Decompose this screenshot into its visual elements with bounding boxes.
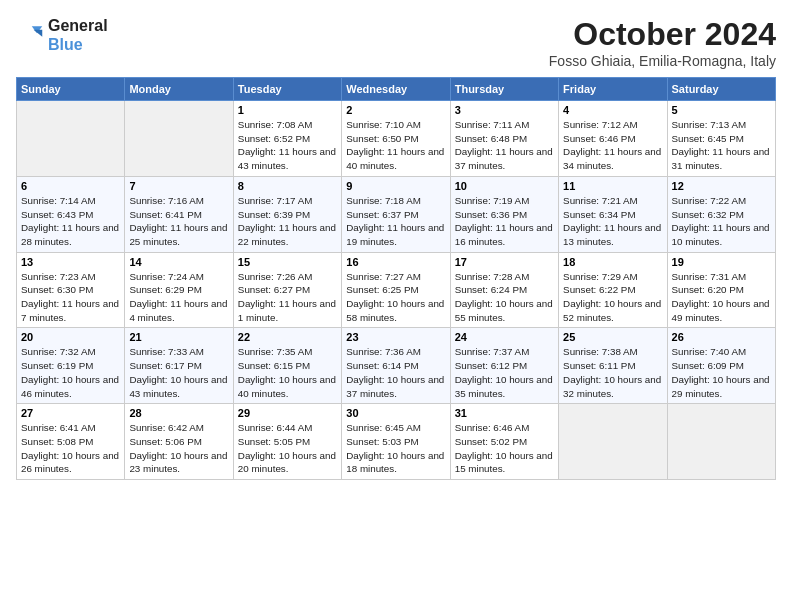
day-info: Sunrise: 7:11 AM Sunset: 6:48 PM Dayligh…: [455, 118, 554, 173]
day-number: 28: [129, 407, 228, 419]
day-info: Sunrise: 7:29 AM Sunset: 6:22 PM Dayligh…: [563, 270, 662, 325]
day-number: 12: [672, 180, 771, 192]
calendar-cell: 15Sunrise: 7:26 AM Sunset: 6:27 PM Dayli…: [233, 252, 341, 328]
day-number: 7: [129, 180, 228, 192]
month-title: October 2024: [549, 16, 776, 53]
calendar-cell: [559, 404, 667, 480]
day-info: Sunrise: 7:27 AM Sunset: 6:25 PM Dayligh…: [346, 270, 445, 325]
day-info: Sunrise: 7:13 AM Sunset: 6:45 PM Dayligh…: [672, 118, 771, 173]
day-number: 4: [563, 104, 662, 116]
calendar-cell: 19Sunrise: 7:31 AM Sunset: 6:20 PM Dayli…: [667, 252, 775, 328]
calendar-cell: 21Sunrise: 7:33 AM Sunset: 6:17 PM Dayli…: [125, 328, 233, 404]
weekday-monday: Monday: [125, 78, 233, 101]
day-info: Sunrise: 7:24 AM Sunset: 6:29 PM Dayligh…: [129, 270, 228, 325]
weekday-wednesday: Wednesday: [342, 78, 450, 101]
day-info: Sunrise: 6:45 AM Sunset: 5:03 PM Dayligh…: [346, 421, 445, 476]
weekday-header-row: SundayMondayTuesdayWednesdayThursdayFrid…: [17, 78, 776, 101]
day-number: 18: [563, 256, 662, 268]
page-header: General Blue October 2024 Fosso Ghiaia, …: [16, 16, 776, 69]
calendar-week-1: 1Sunrise: 7:08 AM Sunset: 6:52 PM Daylig…: [17, 101, 776, 177]
calendar-cell: 1Sunrise: 7:08 AM Sunset: 6:52 PM Daylig…: [233, 101, 341, 177]
day-number: 26: [672, 331, 771, 343]
calendar-cell: 6Sunrise: 7:14 AM Sunset: 6:43 PM Daylig…: [17, 176, 125, 252]
day-info: Sunrise: 7:21 AM Sunset: 6:34 PM Dayligh…: [563, 194, 662, 249]
calendar-cell: 10Sunrise: 7:19 AM Sunset: 6:36 PM Dayli…: [450, 176, 558, 252]
calendar-cell: 12Sunrise: 7:22 AM Sunset: 6:32 PM Dayli…: [667, 176, 775, 252]
day-number: 9: [346, 180, 445, 192]
day-info: Sunrise: 7:40 AM Sunset: 6:09 PM Dayligh…: [672, 345, 771, 400]
day-number: 16: [346, 256, 445, 268]
day-info: Sunrise: 7:22 AM Sunset: 6:32 PM Dayligh…: [672, 194, 771, 249]
calendar-cell: 28Sunrise: 6:42 AM Sunset: 5:06 PM Dayli…: [125, 404, 233, 480]
day-number: 30: [346, 407, 445, 419]
day-number: 2: [346, 104, 445, 116]
calendar-cell: 11Sunrise: 7:21 AM Sunset: 6:34 PM Dayli…: [559, 176, 667, 252]
day-info: Sunrise: 7:32 AM Sunset: 6:19 PM Dayligh…: [21, 345, 120, 400]
calendar-cell: 3Sunrise: 7:11 AM Sunset: 6:48 PM Daylig…: [450, 101, 558, 177]
day-number: 8: [238, 180, 337, 192]
weekday-saturday: Saturday: [667, 78, 775, 101]
day-number: 27: [21, 407, 120, 419]
logo: General Blue: [16, 16, 108, 54]
day-number: 29: [238, 407, 337, 419]
calendar-cell: 9Sunrise: 7:18 AM Sunset: 6:37 PM Daylig…: [342, 176, 450, 252]
calendar-cell: 27Sunrise: 6:41 AM Sunset: 5:08 PM Dayli…: [17, 404, 125, 480]
weekday-thursday: Thursday: [450, 78, 558, 101]
calendar-cell: 2Sunrise: 7:10 AM Sunset: 6:50 PM Daylig…: [342, 101, 450, 177]
day-info: Sunrise: 7:23 AM Sunset: 6:30 PM Dayligh…: [21, 270, 120, 325]
day-number: 11: [563, 180, 662, 192]
day-info: Sunrise: 7:28 AM Sunset: 6:24 PM Dayligh…: [455, 270, 554, 325]
day-number: 17: [455, 256, 554, 268]
weekday-sunday: Sunday: [17, 78, 125, 101]
day-info: Sunrise: 7:36 AM Sunset: 6:14 PM Dayligh…: [346, 345, 445, 400]
calendar-week-2: 6Sunrise: 7:14 AM Sunset: 6:43 PM Daylig…: [17, 176, 776, 252]
calendar-week-3: 13Sunrise: 7:23 AM Sunset: 6:30 PM Dayli…: [17, 252, 776, 328]
day-number: 24: [455, 331, 554, 343]
day-info: Sunrise: 7:19 AM Sunset: 6:36 PM Dayligh…: [455, 194, 554, 249]
calendar-cell: 30Sunrise: 6:45 AM Sunset: 5:03 PM Dayli…: [342, 404, 450, 480]
calendar-cell: 14Sunrise: 7:24 AM Sunset: 6:29 PM Dayli…: [125, 252, 233, 328]
day-number: 14: [129, 256, 228, 268]
day-info: Sunrise: 6:41 AM Sunset: 5:08 PM Dayligh…: [21, 421, 120, 476]
day-info: Sunrise: 6:46 AM Sunset: 5:02 PM Dayligh…: [455, 421, 554, 476]
day-number: 22: [238, 331, 337, 343]
calendar-cell: 25Sunrise: 7:38 AM Sunset: 6:11 PM Dayli…: [559, 328, 667, 404]
day-number: 23: [346, 331, 445, 343]
logo-icon: [16, 21, 44, 49]
calendar-cell: 31Sunrise: 6:46 AM Sunset: 5:02 PM Dayli…: [450, 404, 558, 480]
day-info: Sunrise: 7:18 AM Sunset: 6:37 PM Dayligh…: [346, 194, 445, 249]
day-info: Sunrise: 7:38 AM Sunset: 6:11 PM Dayligh…: [563, 345, 662, 400]
day-info: Sunrise: 6:44 AM Sunset: 5:05 PM Dayligh…: [238, 421, 337, 476]
calendar-cell: 29Sunrise: 6:44 AM Sunset: 5:05 PM Dayli…: [233, 404, 341, 480]
day-number: 15: [238, 256, 337, 268]
day-number: 6: [21, 180, 120, 192]
day-info: Sunrise: 7:37 AM Sunset: 6:12 PM Dayligh…: [455, 345, 554, 400]
day-info: Sunrise: 7:16 AM Sunset: 6:41 PM Dayligh…: [129, 194, 228, 249]
calendar-week-5: 27Sunrise: 6:41 AM Sunset: 5:08 PM Dayli…: [17, 404, 776, 480]
calendar-cell: 16Sunrise: 7:27 AM Sunset: 6:25 PM Dayli…: [342, 252, 450, 328]
day-number: 10: [455, 180, 554, 192]
calendar-cell: 20Sunrise: 7:32 AM Sunset: 6:19 PM Dayli…: [17, 328, 125, 404]
calendar-cell: 17Sunrise: 7:28 AM Sunset: 6:24 PM Dayli…: [450, 252, 558, 328]
calendar-cell: 7Sunrise: 7:16 AM Sunset: 6:41 PM Daylig…: [125, 176, 233, 252]
calendar-cell: [17, 101, 125, 177]
calendar-cell: 5Sunrise: 7:13 AM Sunset: 6:45 PM Daylig…: [667, 101, 775, 177]
title-area: October 2024 Fosso Ghiaia, Emilia-Romagn…: [549, 16, 776, 69]
calendar-cell: 23Sunrise: 7:36 AM Sunset: 6:14 PM Dayli…: [342, 328, 450, 404]
calendar-cell: 22Sunrise: 7:35 AM Sunset: 6:15 PM Dayli…: [233, 328, 341, 404]
calendar-cell: 4Sunrise: 7:12 AM Sunset: 6:46 PM Daylig…: [559, 101, 667, 177]
calendar-cell: 26Sunrise: 7:40 AM Sunset: 6:09 PM Dayli…: [667, 328, 775, 404]
day-info: Sunrise: 7:31 AM Sunset: 6:20 PM Dayligh…: [672, 270, 771, 325]
weekday-friday: Friday: [559, 78, 667, 101]
calendar-week-4: 20Sunrise: 7:32 AM Sunset: 6:19 PM Dayli…: [17, 328, 776, 404]
day-info: Sunrise: 7:12 AM Sunset: 6:46 PM Dayligh…: [563, 118, 662, 173]
calendar-cell: 13Sunrise: 7:23 AM Sunset: 6:30 PM Dayli…: [17, 252, 125, 328]
calendar-cell: 24Sunrise: 7:37 AM Sunset: 6:12 PM Dayli…: [450, 328, 558, 404]
day-number: 3: [455, 104, 554, 116]
day-info: Sunrise: 6:42 AM Sunset: 5:06 PM Dayligh…: [129, 421, 228, 476]
day-number: 13: [21, 256, 120, 268]
day-info: Sunrise: 7:08 AM Sunset: 6:52 PM Dayligh…: [238, 118, 337, 173]
day-number: 20: [21, 331, 120, 343]
location-title: Fosso Ghiaia, Emilia-Romagna, Italy: [549, 53, 776, 69]
day-number: 5: [672, 104, 771, 116]
